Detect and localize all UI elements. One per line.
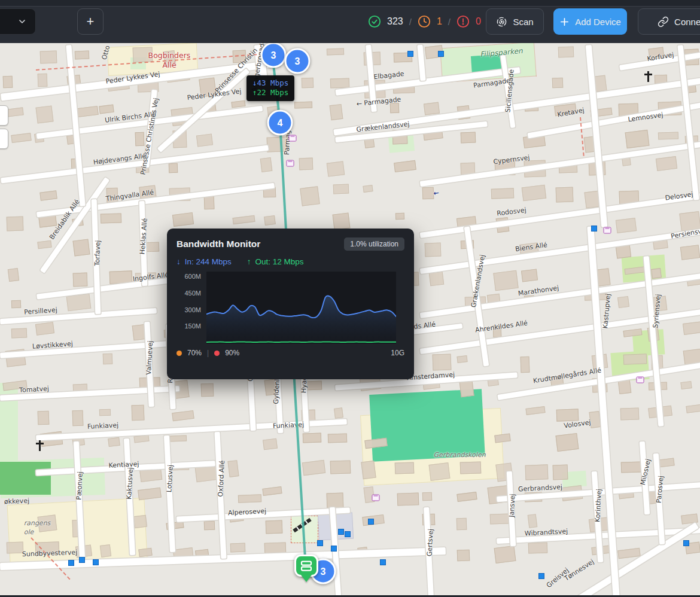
building (37, 410, 49, 425)
building (653, 240, 668, 250)
building (204, 521, 215, 531)
building (163, 50, 176, 67)
building (390, 103, 399, 114)
building (11, 300, 21, 308)
building (527, 514, 537, 528)
device-status-summary: 323 / 1 / 0 (368, 0, 481, 43)
building (552, 77, 564, 87)
building (7, 107, 23, 117)
building (658, 132, 679, 139)
device-cluster-marker[interactable]: 3 (285, 48, 311, 74)
building (625, 130, 649, 148)
poi-marker-icon (338, 529, 344, 535)
building (623, 354, 647, 365)
road (0, 308, 157, 324)
building (238, 494, 261, 502)
building (432, 354, 451, 370)
map-area (0, 462, 51, 495)
building (686, 404, 700, 414)
outbound-stat: ↑Out: 12 Mbps (247, 257, 304, 266)
building (326, 161, 344, 177)
building (658, 458, 675, 468)
building (38, 240, 52, 249)
utilization-badge: 1.0% utilization (344, 237, 404, 251)
more-options-button[interactable] (50, 8, 65, 35)
building (169, 163, 178, 172)
building (651, 268, 662, 279)
road (640, 441, 650, 514)
building (556, 409, 579, 421)
poi-marker-icon (407, 51, 413, 57)
plus-icon: + (87, 14, 95, 29)
building (617, 548, 641, 559)
building (133, 47, 153, 62)
road (144, 90, 157, 167)
device-cluster-marker[interactable]: 3 (261, 43, 287, 68)
building (528, 542, 547, 553)
building (425, 243, 442, 257)
arrow-down-icon: ↓ (176, 257, 181, 266)
street-label: Elbagade (373, 70, 404, 81)
building (456, 517, 467, 529)
building (100, 544, 111, 558)
layer-dropdown-button[interactable] (0, 8, 36, 35)
road (164, 435, 175, 552)
zoom-out-button[interactable]: − (0, 129, 8, 149)
road (412, 324, 462, 334)
map-canvas[interactable]: + − Bandwidth Monitor 1.0% utilization ↓… (0, 43, 700, 595)
building (327, 48, 344, 55)
building (299, 157, 314, 170)
building (489, 514, 509, 525)
building (77, 106, 98, 117)
poi-marker-icon (345, 531, 351, 537)
scan-button[interactable]: Scan (486, 8, 544, 35)
street-label: ← (433, 189, 440, 197)
building (138, 487, 161, 499)
building (72, 239, 90, 256)
alert-circle-icon (456, 15, 470, 28)
building (334, 408, 343, 419)
church-cross-icon (643, 71, 653, 82)
building (521, 185, 546, 202)
chart-legend: 70% | 90% 10G (176, 349, 404, 357)
building (131, 405, 144, 421)
status-pending-count: 1 (437, 16, 442, 27)
building (681, 381, 693, 389)
building (11, 328, 27, 339)
building (72, 410, 84, 426)
building (457, 355, 468, 363)
road (677, 45, 699, 200)
building (554, 103, 577, 116)
bandwidth-chart: 600M450M300M150M (176, 272, 404, 343)
building (102, 353, 112, 364)
link-icon (658, 16, 669, 28)
church-cross-icon (35, 440, 44, 451)
building (424, 102, 440, 115)
connect-label: Connect (674, 17, 700, 27)
building (683, 321, 700, 335)
building (230, 543, 245, 553)
add-device-button[interactable]: Add Device (553, 8, 627, 35)
building (106, 187, 118, 203)
poi-marker-icon (368, 519, 374, 525)
device-cluster-marker[interactable]: 4 (267, 110, 293, 136)
status-ok-count: 323 (387, 16, 403, 27)
status-down-count: 0 (476, 16, 481, 27)
y-axis-tick: 300M (184, 306, 201, 313)
connect-button[interactable]: Connect (638, 8, 700, 35)
building (361, 461, 376, 480)
crit-threshold-label: 90% (225, 349, 239, 357)
warn-threshold-label: 70% (187, 349, 202, 357)
add-device-label: Add Device (575, 17, 621, 27)
building (66, 294, 92, 312)
zoom-in-button[interactable]: + (0, 105, 8, 126)
building (457, 549, 470, 561)
building (621, 462, 641, 474)
building (2, 380, 27, 391)
building (172, 212, 194, 227)
status-separator: / (448, 17, 451, 27)
add-button[interactable]: + (77, 8, 104, 35)
device-pin-marker[interactable] (294, 555, 318, 582)
road (144, 322, 154, 407)
building (231, 100, 245, 108)
